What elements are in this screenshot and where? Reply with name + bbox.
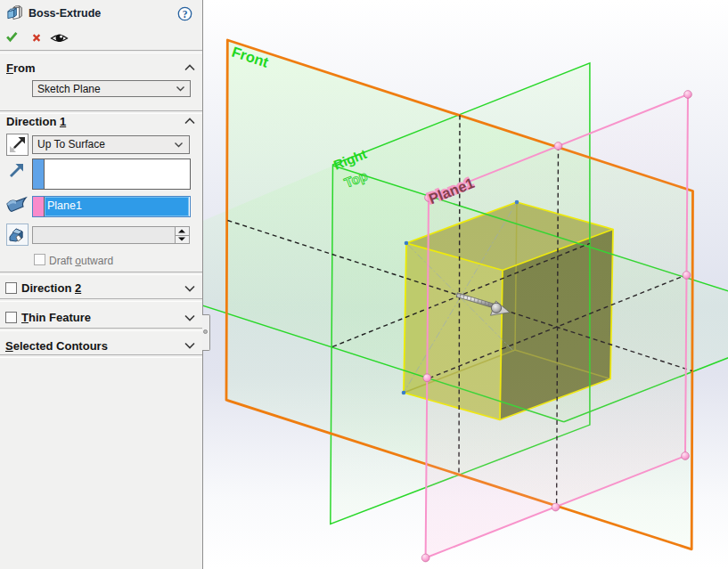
svg-text:?: ? [183, 9, 188, 20]
